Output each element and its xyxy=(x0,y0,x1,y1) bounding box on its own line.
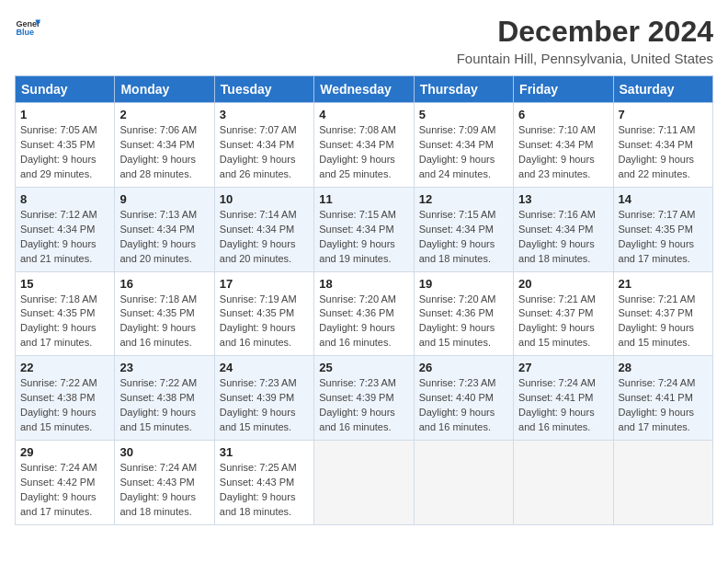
calendar-day-cell: 31Sunrise: 7:25 AMSunset: 4:43 PMDayligh… xyxy=(214,441,313,525)
calendar-day-cell: 21Sunrise: 7:21 AMSunset: 4:37 PMDayligh… xyxy=(613,271,712,356)
day-detail: Sunrise: 7:24 AMSunset: 4:42 PMDaylight:… xyxy=(20,461,109,520)
weekday-header-row: SundayMondayTuesdayWednesdayThursdayFrid… xyxy=(16,76,713,103)
page-header: General Blue December 2024 Fountain Hill… xyxy=(15,15,713,66)
sunset-text: Sunset: 4:34 PM xyxy=(518,139,593,150)
day-detail: Sunrise: 7:23 AMSunset: 4:39 PMDaylight:… xyxy=(220,376,309,435)
title-area: December 2024 Fountain Hill, Pennsylvani… xyxy=(457,15,713,66)
day-detail: Sunrise: 7:18 AMSunset: 4:35 PMDaylight:… xyxy=(119,293,209,351)
day-number: 29 xyxy=(20,445,109,459)
calendar-week-row: 15Sunrise: 7:18 AMSunset: 4:35 PMDayligh… xyxy=(16,271,713,356)
calendar-day-cell: 14Sunrise: 7:17 AMSunset: 4:35 PMDayligh… xyxy=(613,187,712,271)
sunset-text: Sunset: 4:41 PM xyxy=(619,392,693,403)
sunrise-text: Sunrise: 7:23 AM xyxy=(220,377,297,388)
calendar-day-cell: 13Sunrise: 7:16 AMSunset: 4:34 PMDayligh… xyxy=(514,187,613,271)
sunset-text: Sunset: 4:41 PM xyxy=(518,392,593,403)
calendar-day-cell: 4Sunrise: 7:08 AMSunset: 4:34 PMDaylight… xyxy=(314,103,414,188)
sunset-text: Sunset: 4:37 PM xyxy=(518,307,593,318)
sunset-text: Sunset: 4:39 PM xyxy=(319,392,393,403)
daylight-text: Daylight: 9 hours and 17 minutes. xyxy=(20,491,97,517)
weekday-header-friday: Friday xyxy=(514,76,613,103)
sunrise-text: Sunrise: 7:20 AM xyxy=(319,293,396,304)
day-detail: Sunrise: 7:18 AMSunset: 4:35 PMDaylight:… xyxy=(20,293,109,351)
sunset-text: Sunset: 4:34 PM xyxy=(619,139,693,150)
day-detail: Sunrise: 7:23 AMSunset: 4:39 PMDaylight:… xyxy=(319,376,408,435)
sunrise-text: Sunrise: 7:22 AM xyxy=(119,377,197,388)
day-number: 21 xyxy=(619,277,708,291)
calendar-week-row: 29Sunrise: 7:24 AMSunset: 4:42 PMDayligh… xyxy=(16,441,713,525)
sunset-text: Sunset: 4:43 PM xyxy=(220,477,294,488)
day-detail: Sunrise: 7:15 AMSunset: 4:34 PMDaylight:… xyxy=(319,208,408,267)
calendar-week-row: 22Sunrise: 7:22 AMSunset: 4:38 PMDayligh… xyxy=(16,356,713,441)
calendar-day-cell: 7Sunrise: 7:11 AMSunset: 4:34 PMDaylight… xyxy=(613,103,712,188)
calendar-day-cell: 8Sunrise: 7:12 AMSunset: 4:34 PMDaylight… xyxy=(16,187,115,271)
day-number: 9 xyxy=(119,192,209,206)
sunset-text: Sunset: 4:40 PM xyxy=(419,392,494,403)
calendar-day-cell: 15Sunrise: 7:18 AMSunset: 4:35 PMDayligh… xyxy=(16,271,115,356)
calendar-day-cell: 23Sunrise: 7:22 AMSunset: 4:38 PMDayligh… xyxy=(115,356,214,441)
day-number: 19 xyxy=(419,277,508,291)
daylight-text: Daylight: 9 hours and 29 minutes. xyxy=(20,154,97,179)
sunrise-text: Sunrise: 7:24 AM xyxy=(119,462,197,473)
sunrise-text: Sunrise: 7:18 AM xyxy=(20,293,97,304)
sunset-text: Sunset: 4:34 PM xyxy=(220,224,294,235)
day-number: 6 xyxy=(518,108,608,121)
daylight-text: Daylight: 9 hours and 16 minutes. xyxy=(319,322,395,348)
sunset-text: Sunset: 4:34 PM xyxy=(419,139,494,150)
weekday-header-sunday: Sunday xyxy=(16,76,115,103)
sunrise-text: Sunrise: 7:19 AM xyxy=(220,293,297,304)
calendar-day-cell: 12Sunrise: 7:15 AMSunset: 4:34 PMDayligh… xyxy=(414,187,513,271)
sunset-text: Sunset: 4:43 PM xyxy=(119,477,194,488)
day-detail: Sunrise: 7:16 AMSunset: 4:34 PMDaylight:… xyxy=(518,208,608,267)
calendar-day-cell: 22Sunrise: 7:22 AMSunset: 4:38 PMDayligh… xyxy=(16,356,115,441)
sunset-text: Sunset: 4:34 PM xyxy=(319,224,393,235)
day-number: 7 xyxy=(619,108,708,121)
sunrise-text: Sunrise: 7:08 AM xyxy=(319,124,396,135)
daylight-text: Daylight: 9 hours and 15 minutes. xyxy=(220,407,296,432)
logo-icon: General Blue xyxy=(15,15,40,40)
calendar-day-cell: 19Sunrise: 7:20 AMSunset: 4:36 PMDayligh… xyxy=(414,271,513,356)
sunset-text: Sunset: 4:38 PM xyxy=(119,392,194,403)
day-detail: Sunrise: 7:20 AMSunset: 4:36 PMDaylight:… xyxy=(419,293,508,351)
calendar-day-cell: 16Sunrise: 7:18 AMSunset: 4:35 PMDayligh… xyxy=(115,271,214,356)
sunset-text: Sunset: 4:34 PM xyxy=(419,224,494,235)
daylight-text: Daylight: 9 hours and 18 minutes. xyxy=(119,491,196,517)
daylight-text: Daylight: 9 hours and 16 minutes. xyxy=(319,407,395,432)
daylight-text: Daylight: 9 hours and 17 minutes. xyxy=(619,407,695,432)
day-detail: Sunrise: 7:21 AMSunset: 4:37 PMDaylight:… xyxy=(619,293,708,351)
daylight-text: Daylight: 9 hours and 21 minutes. xyxy=(20,238,97,264)
calendar-day-cell: 6Sunrise: 7:10 AMSunset: 4:34 PMDaylight… xyxy=(514,103,613,188)
calendar-day-cell: 5Sunrise: 7:09 AMSunset: 4:34 PMDaylight… xyxy=(414,103,513,188)
sunset-text: Sunset: 4:37 PM xyxy=(619,307,693,318)
sunset-text: Sunset: 4:38 PM xyxy=(20,392,95,403)
calendar-day-cell: 2Sunrise: 7:06 AMSunset: 4:34 PMDaylight… xyxy=(115,103,214,188)
calendar-day-cell: 25Sunrise: 7:23 AMSunset: 4:39 PMDayligh… xyxy=(314,356,414,441)
day-number: 27 xyxy=(518,361,608,374)
calendar-day-cell: 20Sunrise: 7:21 AMSunset: 4:37 PMDayligh… xyxy=(514,271,613,356)
daylight-text: Daylight: 9 hours and 16 minutes. xyxy=(220,322,296,348)
daylight-text: Daylight: 9 hours and 26 minutes. xyxy=(220,154,296,179)
day-number: 4 xyxy=(319,108,408,121)
day-number: 2 xyxy=(119,108,209,121)
daylight-text: Daylight: 9 hours and 15 minutes. xyxy=(619,322,695,348)
day-detail: Sunrise: 7:22 AMSunset: 4:38 PMDaylight:… xyxy=(119,376,209,435)
day-detail: Sunrise: 7:09 AMSunset: 4:34 PMDaylight:… xyxy=(419,123,508,182)
sunrise-text: Sunrise: 7:22 AM xyxy=(20,377,97,388)
day-detail: Sunrise: 7:24 AMSunset: 4:41 PMDaylight:… xyxy=(518,376,608,435)
calendar-day-cell: 18Sunrise: 7:20 AMSunset: 4:36 PMDayligh… xyxy=(314,271,414,356)
day-number: 26 xyxy=(419,361,508,374)
calendar-day-cell: 29Sunrise: 7:24 AMSunset: 4:42 PMDayligh… xyxy=(16,441,115,525)
calendar-day-cell: 1Sunrise: 7:05 AMSunset: 4:35 PMDaylight… xyxy=(16,103,115,188)
sunrise-text: Sunrise: 7:10 AM xyxy=(518,124,596,135)
sunset-text: Sunset: 4:34 PM xyxy=(20,224,95,235)
day-detail: Sunrise: 7:20 AMSunset: 4:36 PMDaylight:… xyxy=(319,293,408,351)
daylight-text: Daylight: 9 hours and 16 minutes. xyxy=(518,407,595,432)
sunrise-text: Sunrise: 7:17 AM xyxy=(619,209,696,220)
day-number: 22 xyxy=(20,361,109,374)
day-detail: Sunrise: 7:10 AMSunset: 4:34 PMDaylight:… xyxy=(518,123,608,182)
sunrise-text: Sunrise: 7:23 AM xyxy=(419,377,496,388)
day-detail: Sunrise: 7:19 AMSunset: 4:35 PMDaylight:… xyxy=(220,293,309,351)
sunset-text: Sunset: 4:42 PM xyxy=(20,477,95,488)
calendar-day-cell: 10Sunrise: 7:14 AMSunset: 4:34 PMDayligh… xyxy=(214,187,313,271)
weekday-header-saturday: Saturday xyxy=(613,76,712,103)
daylight-text: Daylight: 9 hours and 19 minutes. xyxy=(319,238,395,264)
